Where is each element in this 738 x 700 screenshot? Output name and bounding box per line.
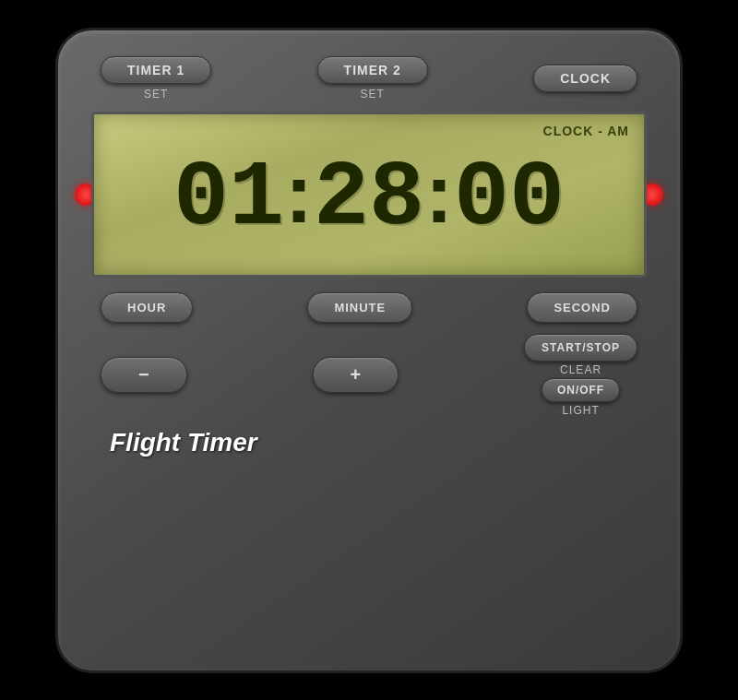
- lcd-container: CLOCK - AM 01 : 28 : 00: [91, 112, 647, 278]
- light-label: LIGHT: [562, 404, 599, 417]
- brand-text: Flight Timer: [110, 428, 257, 457]
- clock-button[interactable]: CLOCK: [533, 65, 637, 92]
- clear-label: CLEAR: [560, 363, 601, 376]
- colon-separator-1: :: [285, 159, 313, 230]
- second-digits: 00: [454, 158, 565, 241]
- hours-display: 01: [173, 158, 284, 241]
- hour-button[interactable]: HOUR: [101, 292, 193, 323]
- second-button[interactable]: SECOND: [527, 292, 637, 323]
- right-controls-group: START/STOP CLEAR ON/OFF LIGHT: [524, 334, 637, 417]
- lcd-time-display: 01 : 28 : 00: [109, 144, 629, 255]
- timer1-set-label: SET: [144, 88, 168, 101]
- timer2-button[interactable]: TIMER 2: [317, 56, 428, 84]
- lcd-screen: CLOCK - AM 01 : 28 : 00: [91, 112, 647, 278]
- brand-area: Flight Timer: [91, 428, 647, 457]
- timer2-set-label: SET: [361, 88, 385, 101]
- lcd-mode-label: CLOCK - AM: [109, 124, 629, 138]
- bottom-row: − + START/STOP CLEAR ON/OFF LIGHT: [91, 334, 647, 417]
- timer2-group: TIMER 2 SET: [317, 56, 428, 101]
- clock-group: CLOCK: [533, 65, 637, 92]
- timer1-group: TIMER 1 SET: [101, 56, 211, 101]
- minute-button[interactable]: MINUTE: [307, 292, 412, 323]
- time-unit-buttons: HOUR MINUTE SECOND: [91, 292, 647, 323]
- minus-button[interactable]: −: [101, 357, 187, 393]
- plus-button[interactable]: +: [313, 357, 399, 393]
- timer1-button[interactable]: TIMER 1: [101, 56, 211, 84]
- flight-timer-device: TIMER 1 SET TIMER 2 SET CLOCK CLOCK - AM…: [55, 28, 683, 673]
- minutes-display: 28: [314, 158, 424, 241]
- colon-separator-2: :: [425, 159, 453, 230]
- minute-digits: 28: [314, 158, 424, 241]
- seconds-display: 00: [454, 158, 565, 241]
- hour-digits: 01: [173, 158, 284, 241]
- start-stop-button[interactable]: START/STOP: [524, 334, 637, 362]
- on-off-button[interactable]: ON/OFF: [542, 378, 620, 402]
- mode-buttons-row: TIMER 1 SET TIMER 2 SET CLOCK: [91, 56, 647, 101]
